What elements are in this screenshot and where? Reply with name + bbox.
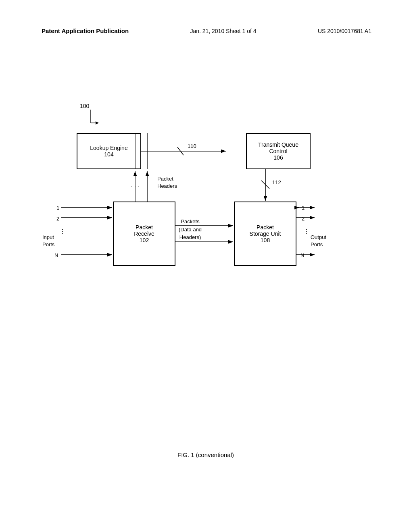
publication-label: Patent Application Publication (42, 27, 129, 34)
arrow-110-label: 110 (188, 143, 196, 149)
patent-number-label: US 2010/0017681 A1 (318, 28, 371, 34)
arrow-112-label: 112 (272, 179, 281, 185)
date-sheet-label: Jan. 21, 2010 Sheet 1 of 4 (190, 28, 256, 34)
page: Patent Application Publication Jan. 21, … (0, 0, 413, 532)
header: Patent Application Publication Jan. 21, … (42, 27, 371, 34)
diagram-arrows (32, 101, 379, 326)
diagram: 100 Lookup Engine 104 Transmit Queue Con… (32, 101, 379, 326)
fig-caption: FIG. 1 (conventional) (32, 451, 379, 458)
